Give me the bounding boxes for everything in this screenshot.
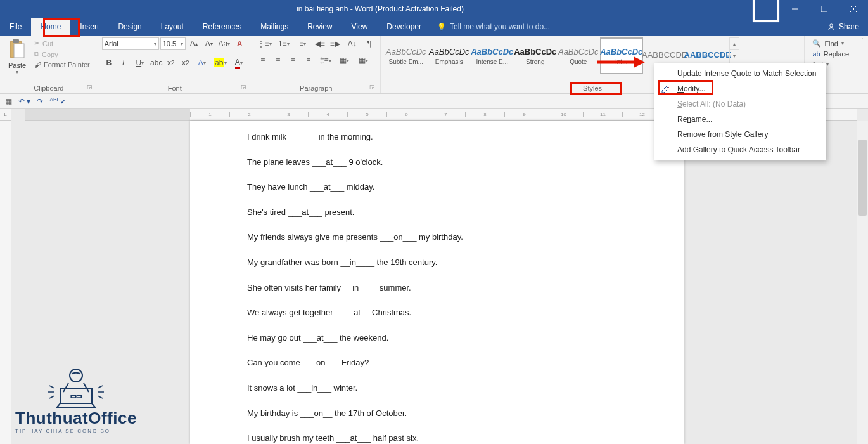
line-spacing-button[interactable]: ‡≡▾ xyxy=(317,54,335,67)
document-line[interactable]: I usually brush my teeth ___at___ half p… xyxy=(247,433,627,443)
tab-home[interactable]: Home xyxy=(31,18,70,36)
tab-view[interactable]: View xyxy=(342,18,378,36)
document-line[interactable]: We always get together ____at__ Christma… xyxy=(247,308,627,318)
tab-insert[interactable]: Insert xyxy=(70,18,108,36)
decrease-indent-button[interactable]: ◀≡ xyxy=(313,37,327,50)
style-item[interactable]: AaBbCcDcStrong xyxy=(514,37,557,74)
tab-file[interactable]: File xyxy=(0,18,31,36)
borders-button[interactable]: ▦▾ xyxy=(355,54,373,67)
document-line[interactable]: I drink milk ______ in the morning. xyxy=(247,132,627,142)
document-line[interactable]: She often visits her family __in____ sum… xyxy=(247,283,627,293)
change-case-button[interactable]: Aa▾ xyxy=(217,37,231,50)
text-effects-button[interactable]: A▾ xyxy=(193,56,211,69)
increase-indent-button[interactable]: ≡▶ xyxy=(328,37,342,50)
style-preview: AaBbCcDc xyxy=(558,47,599,56)
vertical-scrollbar[interactable] xyxy=(857,121,868,444)
bullets-button[interactable]: ⋮≡▾ xyxy=(256,37,274,50)
undo-button[interactable]: ↶ ▾ xyxy=(18,97,30,106)
font-launcher[interactable]: ◲ xyxy=(241,84,246,90)
svg-rect-7 xyxy=(14,44,24,58)
style-item[interactable]: AaBbCcDcEmphasis xyxy=(428,37,471,74)
italic-button[interactable]: I xyxy=(117,56,131,69)
document-line[interactable]: They have lunch ___at___ midday. xyxy=(247,182,627,192)
svg-point-5 xyxy=(830,24,833,27)
close-button[interactable] xyxy=(839,0,868,18)
align-center-button[interactable]: ≡ xyxy=(271,54,285,67)
collapse-ribbon-button[interactable]: ˆ xyxy=(857,36,868,93)
shading-button[interactable]: ▦▾ xyxy=(336,54,354,67)
font-name-combo[interactable]: Arial▾ xyxy=(102,37,159,50)
menu-select-all[interactable]: Select All: (No Data) xyxy=(654,96,826,112)
highlight-button[interactable]: ab▾ xyxy=(212,56,229,69)
spelling-button[interactable]: ABC✔ xyxy=(49,96,65,105)
menu-rename[interactable]: Rename... xyxy=(654,112,826,127)
format-painter-button[interactable]: 🖌Format Painter xyxy=(33,60,91,69)
svg-rect-8 xyxy=(13,39,19,43)
menu-modify[interactable]: Modify... xyxy=(654,81,826,96)
paste-button[interactable]: Paste ▾ xyxy=(4,37,30,75)
paragraph-launcher[interactable]: ◲ xyxy=(369,84,375,90)
share-icon xyxy=(827,22,836,31)
style-item[interactable]: AaBbCcDcQuote xyxy=(557,37,600,74)
style-item[interactable]: AaBbCcDcSubtle Em... xyxy=(385,37,428,74)
font-size-combo[interactable]: 10.5▾ xyxy=(160,37,186,50)
grow-font-button[interactable]: A▴ xyxy=(187,37,201,50)
tab-design[interactable]: Design xyxy=(108,18,151,36)
sort-button[interactable]: A↓ xyxy=(343,37,361,50)
style-name: Subtle Em... xyxy=(386,58,426,65)
document-line[interactable]: It snows a lot ___in___ winter. xyxy=(247,383,627,393)
align-right-button[interactable]: ≡ xyxy=(286,54,300,67)
underline-button[interactable]: U▾ xyxy=(131,56,149,69)
superscript-button[interactable]: x2 xyxy=(179,56,193,69)
tab-developer[interactable]: Developer xyxy=(377,18,431,36)
chevron-down-icon[interactable]: ▾ xyxy=(730,50,739,62)
document-page[interactable]: I drink milk ______ in the morning.The p… xyxy=(190,121,684,444)
cut-button[interactable]: ✂Cut xyxy=(33,39,91,48)
share-button[interactable]: Share xyxy=(818,18,868,36)
menu-add-to-qat[interactable]: Add Gallery to Quick Access Toolbar xyxy=(654,142,826,157)
document-line[interactable]: She's tired ___at___ present. xyxy=(247,207,627,218)
qat-button[interactable]: ▦ xyxy=(5,97,12,106)
multilevel-button[interactable]: ≡▾ xyxy=(294,37,312,50)
align-left-button[interactable]: ≡ xyxy=(256,54,270,67)
scrollbar-thumb[interactable] xyxy=(858,140,867,216)
menu-update-to-match[interactable]: Update Intense Quote to Match Selection xyxy=(654,66,826,81)
minimize-button[interactable] xyxy=(781,0,810,18)
maximize-button[interactable] xyxy=(810,0,839,18)
tell-me-search[interactable]: 💡 Tell me what you want to do... xyxy=(431,18,556,36)
style-item[interactable]: AaBbCcDcIntense E... xyxy=(471,37,514,74)
svg-line-19 xyxy=(98,386,103,388)
document-line[interactable]: He may go out ___at___ the weekend. xyxy=(247,333,627,343)
find-button[interactable]: 🔍Find ▾ xyxy=(811,39,850,48)
chevron-up-icon[interactable]: ▴ xyxy=(730,38,739,50)
tab-mailings[interactable]: Mailings xyxy=(251,18,298,36)
redo-button[interactable]: ↷ xyxy=(37,97,43,106)
group-clipboard: Paste ▾ ✂Cut ⧉Copy 🖌Format Painter Clipb… xyxy=(0,36,98,93)
shrink-font-button[interactable]: A▾ xyxy=(202,37,216,50)
document-line[interactable]: Can you come ___on___ Friday? xyxy=(247,358,627,368)
watermark-icon: ▭▭ xyxy=(38,364,114,408)
vertical-ruler[interactable] xyxy=(0,121,11,444)
style-item[interactable]: AaBbCcDcInt... xyxy=(600,37,643,74)
copy-button[interactable]: ⧉Copy xyxy=(33,49,91,59)
tab-references[interactable]: References xyxy=(193,18,251,36)
tab-layout[interactable]: Layout xyxy=(151,18,193,36)
ribbon-display-options[interactable] xyxy=(751,0,781,23)
font-color-button[interactable]: A▾ xyxy=(230,56,248,69)
clipboard-launcher[interactable]: ◲ xyxy=(87,84,93,90)
tab-review[interactable]: Review xyxy=(298,18,341,36)
brush-icon: 🖌 xyxy=(34,61,41,69)
document-line[interactable]: The plane leaves ___at___ 9 o'clock. xyxy=(247,157,627,167)
clear-formatting-button[interactable]: A̷ xyxy=(233,37,246,50)
subscript-button[interactable]: x2 xyxy=(164,56,178,69)
document-line[interactable]: My grandfather was born __in____ the 19t… xyxy=(247,258,627,268)
justify-button[interactable]: ≡ xyxy=(302,54,316,67)
numbering-button[interactable]: 1≡▾ xyxy=(275,37,293,50)
bold-button[interactable]: B xyxy=(102,56,116,69)
menu-remove-from-gallery[interactable]: Remove from Style Gallery xyxy=(654,127,826,142)
show-hide-button[interactable]: ¶ xyxy=(362,37,376,50)
replace-button[interactable]: abReplace xyxy=(811,49,850,58)
document-line[interactable]: My birthday is ___on__ the 17th of Octob… xyxy=(247,408,627,419)
strikethrough-button[interactable]: abc xyxy=(150,56,163,69)
document-line[interactable]: My friends always give me presents ___on… xyxy=(247,232,627,242)
